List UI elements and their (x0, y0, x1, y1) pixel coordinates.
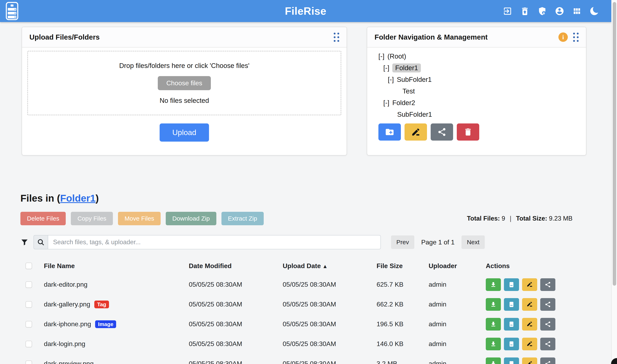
upload-date: 05/05/25 08:30AM (277, 320, 371, 328)
tag-badge[interactable]: Tag (94, 300, 109, 308)
file-name[interactable]: dark-preview.png (44, 360, 94, 364)
tree-toggle[interactable]: [-] (383, 99, 389, 107)
files-heading: Files in (Folder1) (20, 193, 611, 204)
file-name[interactable]: dark-editor.png (44, 281, 87, 288)
download-button[interactable] (486, 338, 501, 350)
move-files-button[interactable]: Move Files (118, 212, 161, 225)
file-size: 625.7 KB (371, 281, 423, 288)
row-checkbox[interactable] (26, 301, 32, 308)
uploader: admin (423, 281, 481, 288)
column-header-date-modified[interactable]: Date Modified (184, 262, 277, 270)
file-name[interactable]: dark-login.png (44, 340, 85, 348)
rename-file-button[interactable] (522, 298, 537, 311)
share-file-button[interactable] (540, 318, 555, 331)
dark-mode-icon[interactable] (590, 6, 599, 16)
choose-files-button[interactable]: Choose files (158, 76, 211, 90)
top-cards: Upload Files/Folders Drop files/folders … (0, 22, 611, 178)
preview-image-button[interactable] (504, 298, 519, 311)
tree-item-folder2[interactable]: [-] Folder2 (378, 97, 580, 109)
image-badge[interactable]: Image (95, 320, 116, 328)
current-folder-link[interactable]: Folder1 (60, 193, 95, 204)
file-size: 662.2 KB (371, 300, 423, 308)
tree-label[interactable]: SubFolder1 (397, 76, 432, 83)
preview-image-button[interactable] (504, 278, 519, 291)
download-button[interactable] (486, 357, 501, 364)
restore-trash-icon[interactable] (520, 6, 530, 16)
rename-file-button[interactable] (522, 338, 537, 350)
share-file-button[interactable] (540, 298, 555, 311)
drag-handle-icon[interactable] (334, 33, 339, 42)
tree-item-folder2-subfolder1[interactable]: SubFolder1 (378, 109, 580, 120)
scrollbar-thumb[interactable] (613, 2, 616, 286)
download-zip-button[interactable]: Download Zip (166, 212, 216, 225)
search-icon[interactable] (33, 235, 48, 249)
tree-label[interactable]: SubFolder1 (397, 111, 432, 118)
file-dropzone[interactable]: Drop files/folders here or click 'Choose… (27, 51, 341, 115)
tree-label[interactable]: Folder2 (392, 99, 415, 107)
tree-item-folder1[interactable]: [-] Folder1 (378, 62, 580, 74)
preview-image-button[interactable] (504, 318, 519, 331)
column-header-file-name[interactable]: File Name (39, 262, 184, 270)
share-file-button[interactable] (540, 338, 555, 350)
info-icon[interactable]: i (558, 32, 568, 42)
vertical-scrollbar[interactable] (611, 0, 617, 364)
upload-date: 05/05/25 08:30AM (277, 340, 371, 348)
column-header-file-size[interactable]: File Size (371, 262, 423, 270)
file-name[interactable]: dark-iphone.png (44, 320, 91, 328)
tree-item-test[interactable]: Test (378, 85, 580, 97)
tree-label[interactable]: (Root) (387, 52, 406, 60)
next-page-button[interactable]: Next (461, 235, 485, 249)
prev-page-button[interactable]: Prev (391, 235, 414, 249)
copy-files-button[interactable]: Copy Files (71, 212, 113, 225)
delete-folder-button[interactable] (457, 123, 479, 141)
select-all-checkbox[interactable] (26, 263, 32, 269)
share-file-button[interactable] (540, 357, 555, 364)
row-checkbox[interactable] (26, 361, 32, 364)
row-checkbox[interactable] (26, 341, 32, 347)
preview-image-button[interactable] (504, 357, 519, 364)
top-header: FileRise (0, 0, 611, 22)
table-row: dark-preview.png 05/05/25 08:30AM 05/05/… (20, 354, 591, 364)
sort-ascending-icon: ▲ (322, 263, 328, 269)
table-row: dark-gallery.pngTag 05/05/25 08:30AM 05/… (20, 294, 591, 314)
tree-item-subfolder1[interactable]: [-] SubFolder1 (378, 74, 580, 85)
download-button[interactable] (486, 298, 501, 311)
rename-folder-button[interactable] (405, 123, 427, 141)
tree-item-root[interactable]: [-] (Root) (378, 50, 580, 62)
download-button[interactable] (486, 278, 501, 291)
column-header-uploader[interactable]: Uploader (423, 262, 481, 270)
rename-file-button[interactable] (522, 357, 537, 364)
column-header-upload-date[interactable]: Upload Date▲ (277, 262, 371, 270)
extract-zip-button[interactable]: Extract Zip (222, 212, 264, 225)
share-folder-button[interactable] (431, 123, 453, 141)
preview-image-button[interactable] (504, 338, 519, 350)
row-checkbox[interactable] (26, 281, 32, 288)
file-name[interactable]: dark-gallery.png (44, 300, 90, 308)
logout-icon[interactable] (503, 6, 512, 16)
create-folder-button[interactable] (378, 123, 401, 141)
share-file-button[interactable] (540, 278, 555, 291)
delete-files-button[interactable]: Delete Files (20, 212, 66, 225)
drag-handle-icon[interactable] (573, 33, 579, 42)
totals-separator: | (510, 215, 512, 222)
tree-toggle[interactable]: [-] (388, 76, 394, 83)
date-modified: 05/05/25 08:30AM (184, 300, 277, 308)
filter-icon[interactable] (20, 238, 28, 247)
tree-label-selected[interactable]: Folder1 (392, 64, 421, 72)
admin-shield-icon[interactable] (538, 6, 547, 16)
row-checkbox[interactable] (26, 321, 32, 327)
rename-file-button[interactable] (522, 318, 537, 331)
folder-card: Folder Navigation & Management i [-] (Ro… (367, 27, 586, 156)
grid-view-icon[interactable] (572, 6, 582, 16)
tree-toggle[interactable]: [-] (378, 52, 384, 60)
user-profile-icon[interactable] (555, 6, 564, 16)
table-row: dark-iphone.pngImage 05/05/25 08:30AM 05… (20, 314, 591, 334)
search-input[interactable] (48, 235, 381, 249)
rename-file-button[interactable] (522, 278, 537, 291)
tree-label[interactable]: Test (403, 87, 415, 95)
tree-toggle[interactable]: [-] (383, 64, 389, 72)
date-modified: 05/05/25 08:30AM (184, 360, 277, 364)
upload-button[interactable]: Upload (160, 123, 209, 142)
download-button[interactable] (486, 318, 501, 331)
search-toolbar: Prev Page 1 of 1 Next (20, 235, 591, 249)
